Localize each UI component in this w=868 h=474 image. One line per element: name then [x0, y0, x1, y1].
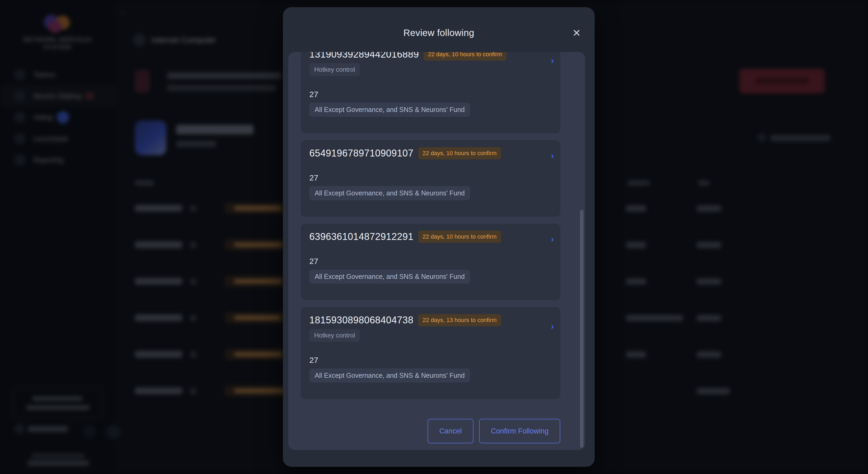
hotkey-control-chip: Hotkey control: [309, 63, 360, 76]
neuron-card[interactable]: 1815930898068404738 22 days, 13 hours to…: [301, 307, 560, 399]
hotkey-control-chip: Hotkey control: [309, 329, 360, 342]
neuron-card-list: 13190939289442016889 22 days, 10 hours t…: [288, 52, 585, 399]
confirm-deadline-badge: 22 days, 10 hours to confirm: [418, 147, 501, 160]
chevron-right-icon[interactable]: ›: [551, 151, 554, 160]
confirm-deadline-badge: 22 days, 10 hours to confirm: [424, 52, 506, 61]
topics-chip: All Except Governance, and SNS & Neurons…: [309, 270, 470, 284]
neuron-id: 6396361014872912291: [309, 231, 413, 242]
followee-count: 27: [309, 173, 552, 182]
chevron-right-icon[interactable]: ›: [551, 234, 554, 243]
neuron-card[interactable]: 6396361014872912291 22 days, 10 hours to…: [301, 224, 560, 300]
neuron-card[interactable]: 6549196789710909107 22 days, 10 hours to…: [301, 140, 560, 217]
confirm-following-button[interactable]: Confirm Following: [479, 419, 560, 443]
topics-chip: All Except Governance, and SNS & Neurons…: [309, 186, 470, 200]
topics-chip: All Except Governance, and SNS & Neurons…: [309, 368, 470, 382]
neuron-id: 13190939289442016889: [309, 52, 419, 60]
scrollbar-thumb[interactable]: [580, 210, 584, 448]
confirm-deadline-badge: 22 days, 10 hours to confirm: [418, 231, 501, 243]
followee-count: 27: [309, 257, 552, 266]
cancel-button[interactable]: Cancel: [428, 419, 473, 443]
dialog-title: Review following: [283, 28, 595, 38]
review-following-dialog: Review following ✕ 13190939289442016889 …: [283, 7, 595, 467]
followee-count: 27: [309, 90, 552, 99]
neuron-card[interactable]: 13190939289442016889 22 days, 10 hours t…: [301, 52, 560, 133]
topics-chip: All Except Governance, and SNS & Neurons…: [309, 103, 470, 117]
dialog-footer: Cancel Confirm Following: [288, 419, 585, 443]
screen: NETWORK NERVOUS SYSTEM TokensNeuron Stak…: [0, 0, 868, 474]
chevron-right-icon[interactable]: ›: [551, 321, 554, 331]
close-icon[interactable]: ✕: [572, 28, 581, 38]
dialog-scroll-area[interactable]: 13190939289442016889 22 days, 10 hours t…: [288, 52, 585, 450]
neuron-id: 6549196789710909107: [309, 148, 413, 159]
confirm-deadline-badge: 22 days, 13 hours to confirm: [418, 314, 501, 326]
followee-count: 27: [309, 356, 552, 365]
chevron-right-icon[interactable]: ›: [551, 56, 554, 65]
neuron-id: 1815930898068404738: [309, 314, 413, 326]
